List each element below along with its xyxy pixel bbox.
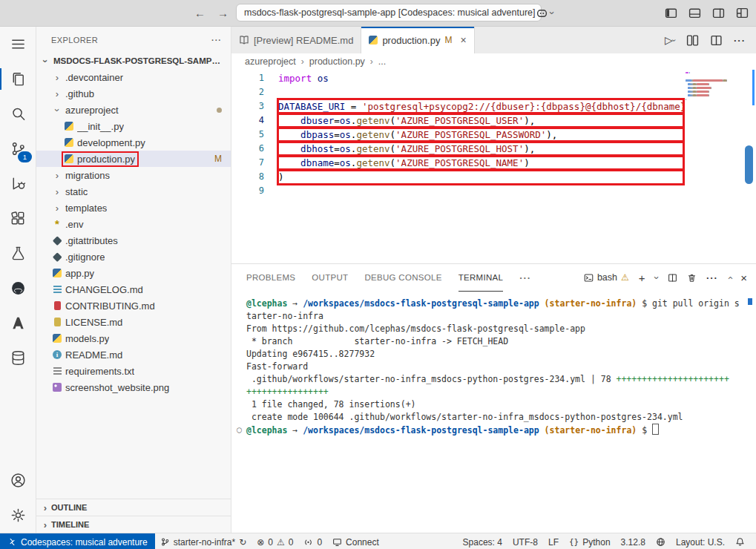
split-terminal-icon[interactable]	[668, 273, 677, 283]
tree-item-devcontainer[interactable]: ›.devcontainer	[36, 69, 231, 85]
menu-button[interactable]	[0, 27, 36, 62]
copilot-menu[interactable]: ›	[536, 0, 553, 26]
open-changes-icon[interactable]	[686, 34, 699, 47]
tab-debug-console[interactable]: DEBUG CONSOLE	[364, 264, 441, 292]
database-icon	[10, 349, 27, 366]
run-python-file-button[interactable]: ▷›	[665, 34, 675, 46]
tree-item-msdocs-flask-postgresql-sample[interactable]: ›MSDOCS-FLASK-POSTGRESQL-SAMPLE-...	[36, 53, 231, 69]
connect-button[interactable]: Connect	[327, 533, 384, 549]
code-line[interactable]: DATABASE_URI = 'postgresql+psycopg2://{d…	[278, 99, 683, 114]
tree-item-changelog-md[interactable]: CHANGELOG.md	[36, 281, 231, 297]
remote-indicator[interactable]: Codespaces: musical adventure	[0, 533, 155, 549]
tab-output[interactable]: OUTPUT	[312, 264, 348, 292]
testing-view-button[interactable]	[0, 236, 36, 271]
run-debug-view-button[interactable]	[0, 166, 36, 201]
tree-item-migrations[interactable]: ›migrations	[36, 167, 231, 183]
tree-item-screenshot-website-png[interactable]: screenshot_website.png	[36, 379, 231, 395]
tree-item-gitignore[interactable]: .gitignore	[36, 249, 231, 265]
code-editor[interactable]: 1import os23DATABASE_URI = 'postgresql+p…	[231, 70, 756, 263]
close-tab-icon[interactable]: ×	[460, 34, 466, 46]
breadcrumb-file[interactable]: production.py	[309, 56, 365, 67]
encoding-indicator[interactable]: UTF-8	[507, 533, 543, 549]
scrollbar-thumb[interactable]	[745, 145, 753, 184]
command-center[interactable]: msdocs-flask-postgresql-sample-app [Code…	[236, 4, 542, 22]
minimap[interactable]	[686, 72, 751, 106]
account-button[interactable]	[0, 463, 36, 498]
explorer-more-actions[interactable]: ···	[211, 36, 222, 45]
terminal[interactable]: @lcephas → /workspaces/msdocs-flask-post…	[231, 291, 756, 533]
indentation-indicator[interactable]: Spaces: 4	[458, 533, 507, 549]
settings-button[interactable]	[0, 498, 36, 533]
tree-item-contributing-md[interactable]: CONTRIBUTING.md	[36, 297, 231, 314]
tree-item-label: .github	[65, 88, 94, 99]
new-terminal-button[interactable]: +	[639, 272, 645, 284]
code-line[interactable]: dbname=os.getenv('AZURE_POSTGRESQL_NAME'…	[278, 156, 683, 170]
tree-item-requirements-txt[interactable]: requirements.txt	[36, 363, 231, 379]
breadcrumb-symbol[interactable]: ...	[378, 56, 386, 67]
customize-layout-icon[interactable]	[736, 7, 749, 19]
code-line[interactable]: dbpass=os.getenv('AZURE_POSTGRESQL_PASSW…	[278, 128, 683, 142]
maximize-panel-icon[interactable]: ›	[724, 276, 735, 279]
layout-indicator[interactable]: Layout: U.S.	[671, 533, 730, 549]
code-line[interactable]: dbuser=os.getenv('AZURE_POSTGRESQL_USER'…	[278, 114, 683, 128]
command-decoration[interactable]: ○	[237, 424, 242, 436]
tab-problems[interactable]: PROBLEMS	[246, 264, 295, 292]
timeline-section[interactable]: › TIMELINE	[36, 516, 231, 533]
code-line[interactable]: )	[278, 170, 683, 184]
chevron-icon: ›	[51, 88, 63, 99]
tree-item-license-md[interactable]: LICENSE.md	[36, 314, 231, 330]
breadcrumb-folder[interactable]: azureproject	[245, 56, 296, 67]
code-line[interactable]: import os	[278, 71, 683, 85]
code-line[interactable]	[278, 184, 683, 198]
kill-terminal-icon[interactable]	[687, 273, 697, 283]
editor-more-actions[interactable]: ···	[734, 35, 746, 46]
ports-indicator[interactable]: 0	[298, 533, 327, 549]
tree-item-production-py[interactable]: production.pyM	[36, 151, 231, 167]
tree-item-static[interactable]: ›static	[36, 183, 231, 200]
code-line[interactable]	[278, 85, 683, 99]
notifications-bell[interactable]	[730, 533, 750, 549]
tree-item-init-py[interactable]: __init__.py	[36, 118, 231, 134]
chevron-icon: ›	[40, 55, 51, 67]
tree-item-models-py[interactable]: models.py	[36, 330, 231, 346]
close-panel-icon[interactable]: ×	[740, 272, 747, 284]
forward-button[interactable]: →	[217, 7, 229, 19]
shell-picker[interactable]: bash ⚠	[584, 272, 629, 283]
globe-icon	[656, 537, 665, 547]
environment-indicator[interactable]	[651, 533, 671, 549]
explorer-view-button[interactable]	[0, 62, 36, 96]
tree-item-readme-md[interactable]: iREADME.md	[36, 346, 231, 363]
tab-terminal[interactable]: TERMINAL	[458, 264, 504, 292]
python-version-indicator[interactable]: 3.12.8	[616, 533, 651, 549]
search-view-button[interactable]	[0, 96, 36, 131]
extensions-view-button[interactable]	[0, 201, 36, 236]
eol-indicator[interactable]: LF	[543, 533, 564, 549]
tree-item-development-py[interactable]: development.py	[36, 134, 231, 151]
branch-indicator[interactable]: starter-no-infra* ↻	[155, 533, 252, 549]
tree-item-github[interactable]: ›.github	[36, 85, 231, 102]
back-button[interactable]: ←	[194, 7, 206, 19]
tree-item-gitattributes[interactable]: .gitattributes	[36, 232, 231, 249]
github-view-button[interactable]	[0, 271, 36, 306]
azure-view-button[interactable]	[0, 306, 36, 341]
tree-item-templates[interactable]: ›templates	[36, 200, 231, 216]
tab-readme-preview[interactable]: [Preview] README.md	[231, 27, 361, 53]
tree-item-app-py[interactable]: app.py	[36, 265, 231, 281]
split-editor-icon[interactable]	[710, 34, 723, 47]
terminal-dropdown-icon[interactable]: ›	[651, 276, 662, 279]
tab-production-py[interactable]: production.py M ×	[361, 27, 474, 53]
tree-item-env[interactable]: *.env	[36, 216, 231, 232]
database-view-button[interactable]	[0, 341, 36, 375]
tree-item-azureproject[interactable]: ›azureproject	[36, 102, 231, 118]
panel-more-tabs[interactable]: ···	[519, 272, 531, 283]
language-indicator[interactable]: {} Python	[564, 533, 616, 549]
toggle-primary-sidebar-icon[interactable]	[665, 7, 677, 19]
code-line[interactable]: dbhost=os.getenv('AZURE_POSTGRESQL_HOST'…	[278, 142, 683, 156]
panel-more-actions[interactable]: ···	[706, 272, 718, 283]
problems-indicator[interactable]: ⊗ 0 ⚠ 0	[252, 533, 298, 549]
tree-item-label: development.py	[77, 137, 145, 148]
source-control-view-button[interactable]: 1	[0, 131, 36, 166]
outline-section[interactable]: › OUTLINE	[36, 499, 231, 516]
toggle-secondary-sidebar-icon[interactable]	[712, 7, 725, 19]
toggle-panel-icon[interactable]	[688, 7, 701, 19]
